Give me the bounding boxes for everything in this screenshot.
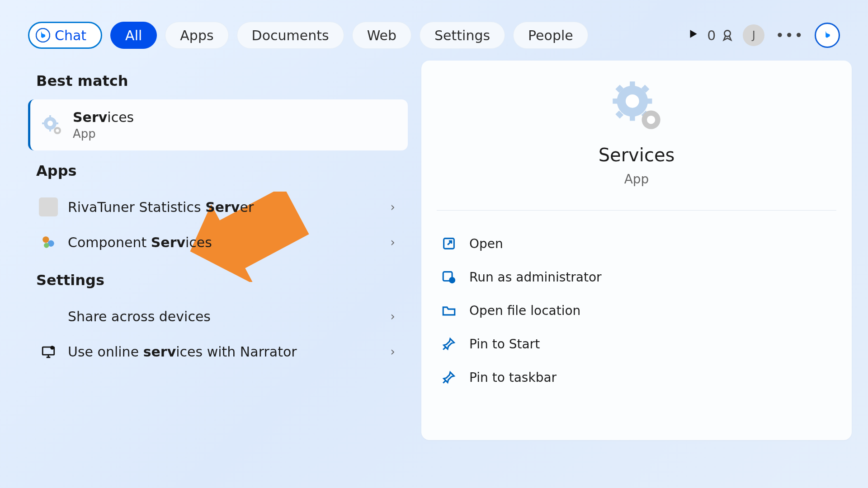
svg-rect-7 xyxy=(56,122,58,124)
more-menu-icon[interactable]: ••• xyxy=(773,27,807,44)
action-open-location[interactable]: Open file location xyxy=(437,294,836,327)
rewards-counter[interactable]: 0 xyxy=(707,28,735,43)
svg-point-13 xyxy=(44,243,49,248)
app-result-label: Component Services xyxy=(68,235,212,250)
filter-people[interactable]: People xyxy=(513,22,588,49)
user-avatar[interactable]: J xyxy=(743,24,764,46)
setting-narrator-online[interactable]: Use online services with Narrator › xyxy=(28,334,408,369)
app-result-label: RivaTuner Statistics Server xyxy=(68,199,254,215)
open-icon xyxy=(441,236,457,251)
action-label: Open xyxy=(469,236,503,251)
action-pin-start[interactable]: Pin to Start xyxy=(437,327,836,361)
gear-icon xyxy=(612,80,661,130)
preview-subtitle: App xyxy=(624,172,649,187)
filter-all[interactable]: All xyxy=(110,22,157,49)
setting-label: Share across devices xyxy=(68,309,211,324)
action-label: Pin to Start xyxy=(469,337,540,352)
setting-share-devices[interactable]: Share across devices › xyxy=(28,299,408,334)
svg-rect-21 xyxy=(645,99,652,103)
preview-pane: Services App Open Run as administrator O… xyxy=(421,61,852,440)
best-match-sub: App xyxy=(73,127,134,141)
medal-icon xyxy=(720,28,735,42)
user-initial: J xyxy=(752,29,755,42)
svg-point-11 xyxy=(42,236,49,243)
app-result-rivatuner[interactable]: RivaTuner Statistics Server › xyxy=(28,189,408,225)
chevron-right-icon: › xyxy=(391,345,395,358)
svg-point-15 xyxy=(50,346,54,350)
action-label: Run as administrator xyxy=(469,270,602,285)
svg-point-1 xyxy=(725,30,731,36)
chevron-right-icon: › xyxy=(391,310,395,323)
chevron-right-icon: › xyxy=(391,200,395,214)
action-open[interactable]: Open xyxy=(437,227,836,260)
svg-rect-5 xyxy=(49,129,51,131)
gear-icon xyxy=(41,114,63,136)
svg-rect-20 xyxy=(613,99,620,103)
svg-rect-18 xyxy=(630,81,635,89)
rewards-count: 0 xyxy=(707,28,716,43)
app-icon xyxy=(39,197,58,216)
filter-documents[interactable]: Documents xyxy=(237,22,344,49)
filter-settings[interactable]: Settings xyxy=(420,22,505,49)
action-run-admin[interactable]: Run as administrator xyxy=(437,260,836,294)
svg-point-17 xyxy=(626,94,639,108)
folder-icon xyxy=(441,303,457,318)
chat-chip-label: Chat xyxy=(55,28,86,43)
settings-heading: Settings xyxy=(28,260,408,299)
svg-point-27 xyxy=(647,116,655,124)
filter-web[interactable]: Web xyxy=(352,22,411,49)
monitor-icon xyxy=(39,342,58,361)
apps-heading: Apps xyxy=(28,150,408,189)
best-match-heading: Best match xyxy=(28,61,408,99)
results-column: Best match Services App Apps RivaTuner S… xyxy=(28,61,408,440)
chevron-right-icon: › xyxy=(391,235,395,249)
action-label: Open file location xyxy=(469,303,580,318)
chat-chip[interactable]: Chat xyxy=(28,22,102,49)
app-result-component-services[interactable]: Component Services › xyxy=(28,225,408,260)
svg-point-3 xyxy=(47,121,53,126)
action-label: Pin to taskbar xyxy=(469,370,557,385)
bing-icon xyxy=(36,28,50,42)
shield-admin-icon xyxy=(441,269,457,285)
svg-rect-6 xyxy=(42,122,45,124)
svg-point-30 xyxy=(449,277,455,283)
blank-icon xyxy=(39,307,58,326)
play-icon[interactable] xyxy=(687,28,699,43)
pin-icon xyxy=(441,336,457,352)
svg-rect-19 xyxy=(630,113,635,121)
action-pin-taskbar[interactable]: Pin to taskbar xyxy=(437,361,836,394)
best-match-name: Services xyxy=(73,109,134,125)
setting-label: Use online services with Narrator xyxy=(68,344,297,360)
best-match-result[interactable]: Services App xyxy=(28,99,408,150)
bing-button[interactable] xyxy=(815,23,840,48)
svg-rect-4 xyxy=(49,115,51,118)
filter-apps[interactable]: Apps xyxy=(165,22,228,49)
svg-point-9 xyxy=(56,129,59,132)
pin-icon xyxy=(441,370,457,385)
preview-title: Services xyxy=(599,145,675,165)
search-filter-bar: Chat All Apps Documents Web Settings Peo… xyxy=(0,0,868,59)
app-icon xyxy=(39,233,58,252)
